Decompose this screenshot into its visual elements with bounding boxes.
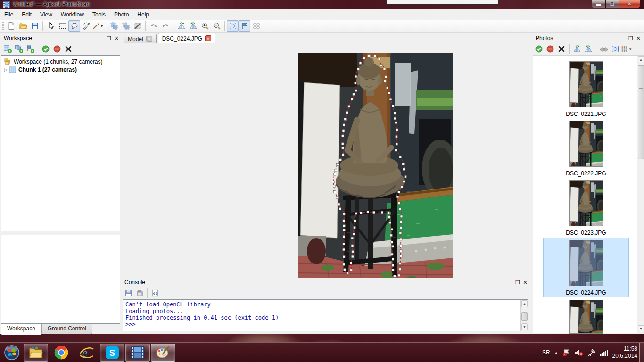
remove-button[interactable] bbox=[63, 44, 74, 54]
volume-muted-icon[interactable] bbox=[575, 349, 583, 356]
enable-button[interactable] bbox=[40, 44, 51, 54]
minimize-button[interactable]: ▬ bbox=[592, 0, 605, 8]
photo-thumbnail[interactable] bbox=[569, 240, 603, 286]
photos-scrollbar[interactable]: ▲ ▼ bbox=[637, 56, 644, 333]
save-button[interactable] bbox=[29, 20, 41, 32]
menu-workflow[interactable]: Workflow bbox=[57, 10, 88, 19]
show-desktop-button[interactable] bbox=[639, 343, 644, 362]
float-panel-icon[interactable]: ❐ bbox=[627, 35, 635, 41]
float-panel-icon[interactable]: ❐ bbox=[514, 279, 521, 286]
menu-edit[interactable]: Edit bbox=[17, 10, 36, 19]
photo-item-2[interactable]: DSC_0222.JPG bbox=[543, 119, 629, 178]
disable-button[interactable] bbox=[51, 44, 63, 54]
show-hidden-icons[interactable]: ▲ bbox=[554, 351, 558, 355]
chunk-row[interactable]: ▷ Chunk 1 (27 cameras) bbox=[2, 66, 103, 74]
background-window-edge[interactable] bbox=[386, 0, 499, 5]
taskbar-photoscan-button[interactable] bbox=[151, 344, 175, 362]
zoom-in-button[interactable] bbox=[199, 20, 211, 32]
scroll-down-icon[interactable]: ▼ bbox=[638, 325, 644, 332]
show-masks-toggle[interactable] bbox=[239, 20, 250, 32]
add-selection-button[interactable] bbox=[108, 20, 120, 32]
expander-icon[interactable]: ▷ bbox=[4, 67, 9, 72]
navigation-cursor-button[interactable] bbox=[45, 20, 57, 32]
close-panel-icon[interactable]: ✕ bbox=[635, 35, 642, 41]
invert-selection-button[interactable] bbox=[132, 20, 143, 32]
details-view-mode-button[interactable]: ▼ bbox=[621, 44, 632, 54]
menu-help[interactable]: Help bbox=[133, 10, 153, 19]
taskbar-explorer-button[interactable] bbox=[24, 344, 48, 362]
close-panel-icon[interactable]: ✕ bbox=[113, 35, 120, 41]
taskbar-moviemaker-button[interactable] bbox=[125, 344, 150, 362]
show-thumbnails-button[interactable] bbox=[250, 20, 262, 32]
add-marker-button[interactable] bbox=[25, 44, 36, 54]
action-center-icon[interactable] bbox=[562, 349, 570, 357]
enable-button[interactable] bbox=[533, 44, 545, 54]
tab-ground-control[interactable]: Ground Control bbox=[41, 324, 92, 334]
network-signal-icon[interactable] bbox=[600, 349, 608, 356]
undo-button[interactable] bbox=[148, 20, 159, 32]
menu-view[interactable]: View bbox=[36, 10, 57, 19]
scroll-up-icon[interactable]: ▲ bbox=[638, 56, 644, 63]
language-indicator[interactable]: SR bbox=[542, 349, 550, 356]
rotate-left-button[interactable] bbox=[583, 44, 594, 54]
close-panel-icon[interactable]: ✕ bbox=[521, 279, 529, 286]
photo-view[interactable] bbox=[298, 53, 453, 283]
scroll-up-icon[interactable]: ▲ bbox=[521, 300, 528, 307]
photo-thumbnail[interactable] bbox=[569, 61, 603, 107]
tab-photo-close-icon[interactable]: ✕ bbox=[205, 35, 211, 41]
console-output[interactable]: Can't load OpenCL library Loading photos… bbox=[123, 299, 528, 331]
intelligent-scissors-button[interactable] bbox=[80, 20, 92, 32]
console-scrollbar[interactable]: ▲ ▼ bbox=[520, 300, 528, 331]
photo-thumbnail[interactable] bbox=[569, 180, 603, 226]
add-photos-button[interactable] bbox=[13, 44, 25, 54]
photo-item-1[interactable]: DSC_0221.JPG bbox=[543, 59, 629, 118]
tab-model[interactable]: Model ✕ bbox=[124, 34, 157, 43]
remove-button[interactable] bbox=[556, 44, 567, 54]
add-chunk-button[interactable] bbox=[2, 44, 13, 54]
taskbar-ie-button[interactable]: e bbox=[74, 344, 99, 362]
float-panel-icon[interactable]: ❐ bbox=[105, 35, 113, 41]
photo-thumbnail[interactable] bbox=[569, 300, 603, 334]
dropdown-caret-icon[interactable]: ▼ bbox=[100, 24, 104, 28]
disable-button[interactable] bbox=[545, 44, 556, 54]
menu-tools[interactable]: Tools bbox=[88, 10, 110, 19]
subtract-selection-button[interactable] bbox=[120, 20, 132, 32]
workspace-root-row[interactable]: Workspace (1 chunks, 27 cameras) bbox=[2, 58, 103, 66]
taskbar-skype-button[interactable]: S bbox=[100, 344, 124, 362]
image-view-mode-button[interactable] bbox=[610, 44, 621, 54]
start-button[interactable] bbox=[1, 344, 23, 362]
zoom-out-button[interactable] bbox=[211, 20, 223, 32]
dropdown-caret-icon[interactable]: ▼ bbox=[628, 47, 632, 51]
photos-list[interactable]: DSC_0221.JPG DSC_0222.JPG DSC_0223.JPG D… bbox=[533, 55, 644, 333]
open-button[interactable] bbox=[17, 20, 29, 32]
maximize-button[interactable]: ❐ bbox=[605, 0, 619, 8]
rectangle-selection-button[interactable] bbox=[57, 20, 68, 32]
new-document-button[interactable] bbox=[5, 20, 17, 32]
run-script-button[interactable] bbox=[149, 288, 161, 298]
rotate-left-button[interactable] bbox=[187, 20, 199, 32]
photo-item-4[interactable]: DSC_0224.JPG bbox=[543, 238, 629, 297]
close-button[interactable]: ✕ bbox=[619, 0, 640, 8]
menu-photo[interactable]: Photo bbox=[110, 10, 133, 19]
tab-model-close-icon[interactable]: ✕ bbox=[146, 36, 152, 42]
photos-scrollbar-thumb[interactable] bbox=[638, 65, 644, 159]
taskbar-chrome-button[interactable] bbox=[49, 344, 74, 362]
toolbar-grip[interactable] bbox=[2, 22, 4, 30]
menu-file[interactable]: File bbox=[0, 10, 17, 19]
tray-clock[interactable]: 11:58 20.6.2014 bbox=[612, 346, 637, 360]
photo-canvas[interactable] bbox=[121, 43, 532, 334]
redo-button[interactable] bbox=[159, 20, 171, 32]
rotate-right-button[interactable] bbox=[175, 20, 187, 32]
photo-item-5[interactable] bbox=[543, 298, 629, 338]
photo-thumbnail[interactable] bbox=[569, 121, 603, 167]
save-log-button[interactable] bbox=[123, 288, 134, 298]
console-scrollbar-thumb[interactable] bbox=[521, 312, 528, 321]
photo-item-3[interactable]: DSC_0223.JPG bbox=[543, 178, 629, 237]
pin-icon[interactable] bbox=[587, 349, 595, 357]
intelligent-paint-button[interactable]: ▼ bbox=[92, 20, 104, 32]
scroll-down-icon[interactable]: ▼ bbox=[521, 323, 528, 330]
lasso-selection-button[interactable] bbox=[68, 20, 80, 32]
tab-photo[interactable]: DSC_0224.JPG ✕ bbox=[158, 33, 215, 43]
view-matches-button[interactable] bbox=[598, 44, 610, 54]
clear-log-button[interactable] bbox=[134, 288, 145, 298]
